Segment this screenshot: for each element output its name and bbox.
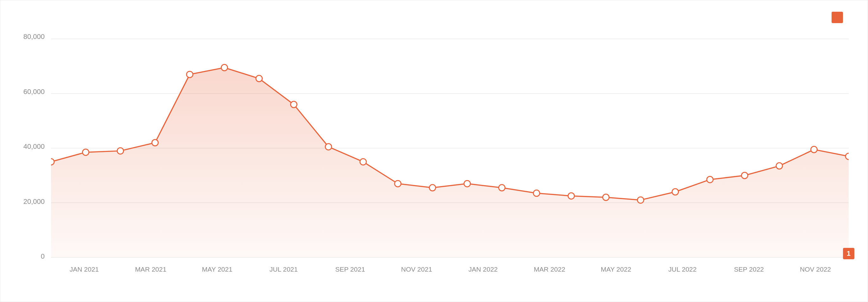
x-axis-label-container: SEP 2021 bbox=[317, 266, 383, 273]
y-axis-label: 0 bbox=[41, 252, 45, 261]
data-point bbox=[568, 193, 574, 199]
chart-svg bbox=[51, 33, 849, 261]
data-point bbox=[776, 163, 782, 169]
x-axis-label: NOV 2021 bbox=[401, 266, 432, 273]
data-point bbox=[360, 159, 366, 165]
data-point bbox=[326, 144, 332, 150]
data-point bbox=[290, 101, 297, 108]
y-axis-label: 20,000 bbox=[24, 198, 45, 206]
x-axis-label-container: JUL 2021 bbox=[250, 266, 317, 273]
x-axis-label: JUL 2022 bbox=[669, 266, 696, 273]
data-point bbox=[638, 197, 644, 203]
page-badge: 1 bbox=[843, 248, 855, 259]
data-point bbox=[395, 180, 401, 187]
y-axis-label: 40,000 bbox=[24, 142, 45, 151]
x-axis-label: MAY 2021 bbox=[202, 266, 232, 273]
data-point bbox=[429, 184, 436, 191]
data-point bbox=[82, 149, 89, 156]
data-point bbox=[51, 159, 54, 165]
y-axis-label: 60,000 bbox=[24, 88, 45, 96]
x-axis-label-container: MAR 2022 bbox=[516, 266, 583, 273]
data-point bbox=[707, 176, 713, 183]
x-axis-label-container: JAN 2021 bbox=[51, 266, 118, 273]
data-point bbox=[187, 71, 193, 77]
x-axis-label: MAY 2022 bbox=[601, 266, 631, 273]
x-axis-label-container: SEP 2022 bbox=[716, 266, 782, 273]
data-point bbox=[811, 146, 817, 153]
x-axis-label-container: NOV 2021 bbox=[383, 266, 450, 273]
chart-area-fill bbox=[51, 68, 849, 257]
chart-inner bbox=[51, 33, 849, 261]
x-axis-label: NOV 2022 bbox=[800, 266, 831, 273]
data-point bbox=[742, 172, 748, 178]
data-point bbox=[499, 184, 505, 191]
x-axis-label-container: MAY 2021 bbox=[184, 266, 251, 273]
x-axis-label: MAR 2021 bbox=[135, 266, 166, 273]
x-axis: JAN 2021MAR 2021MAY 2021JUL 2021SEP 2021… bbox=[51, 261, 849, 286]
x-axis-label: SEP 2021 bbox=[335, 266, 365, 273]
x-axis-label-container: JAN 2022 bbox=[450, 266, 516, 273]
data-point bbox=[603, 194, 609, 200]
x-axis-label-container: MAR 2021 bbox=[118, 266, 184, 273]
data-point bbox=[672, 189, 679, 195]
x-axis-label: JUL 2021 bbox=[270, 266, 298, 273]
chart-legend bbox=[832, 12, 849, 23]
data-point bbox=[845, 153, 849, 160]
page-container: 80,00060,00040,00020,0000 JAN 2021MAR 20… bbox=[0, 0, 868, 302]
y-axis: 80,00060,00040,00020,0000 bbox=[19, 33, 51, 261]
x-axis-label-container: NOV 20221 bbox=[782, 266, 849, 273]
x-axis-label: JAN 2022 bbox=[468, 266, 498, 273]
x-axis-label: JAN 2021 bbox=[70, 266, 99, 273]
data-point bbox=[152, 140, 158, 146]
x-axis-label-container: JUL 2022 bbox=[649, 266, 716, 273]
chart-header bbox=[0, 0, 868, 23]
legend-color-box bbox=[832, 12, 843, 23]
y-axis-label: 80,000 bbox=[24, 33, 45, 41]
chart-area: 80,00060,00040,00020,0000 JAN 2021MAR 20… bbox=[19, 33, 849, 286]
x-axis-label: MAR 2022 bbox=[534, 266, 565, 273]
data-point bbox=[256, 75, 262, 82]
data-point bbox=[117, 148, 124, 154]
x-axis-label-container: MAY 2022 bbox=[583, 266, 649, 273]
data-point bbox=[533, 190, 540, 196]
x-axis-label: SEP 2022 bbox=[734, 266, 764, 273]
data-point bbox=[221, 65, 227, 71]
data-point bbox=[464, 180, 470, 187]
